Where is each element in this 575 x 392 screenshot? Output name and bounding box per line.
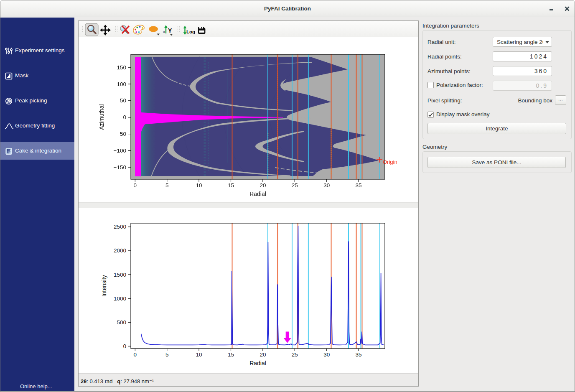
svg-text:10: 10 <box>196 351 202 358</box>
svg-text:150: 150 <box>117 64 126 71</box>
svg-text:20: 20 <box>260 182 266 188</box>
svg-text:35: 35 <box>356 351 362 358</box>
svg-text:20: 20 <box>260 351 266 358</box>
svg-text:100: 100 <box>117 81 126 87</box>
svg-text:5: 5 <box>165 182 169 188</box>
svg-text:5: 5 <box>165 351 169 358</box>
svg-text:−50: −50 <box>117 131 126 137</box>
svg-text:30: 30 <box>323 182 330 188</box>
svg-text:50: 50 <box>120 97 126 104</box>
svg-text:Y: Y <box>168 27 172 34</box>
svg-text:10: 10 <box>196 182 202 188</box>
svg-text:0: 0 <box>134 351 137 358</box>
svg-text:Intensity: Intensity <box>101 275 107 297</box>
svg-text:0: 0 <box>163 30 165 34</box>
svg-text:Radial: Radial <box>249 191 266 197</box>
svg-text:0: 0 <box>134 182 137 188</box>
svg-text:25: 25 <box>292 182 298 188</box>
svg-text:1500: 1500 <box>114 272 126 278</box>
svg-text:25: 25 <box>292 351 298 358</box>
svg-text:0: 0 <box>123 343 126 349</box>
svg-text:0: 0 <box>123 114 126 120</box>
svg-text:500: 500 <box>117 319 126 326</box>
svg-text:1000: 1000 <box>114 295 126 302</box>
svg-text:15: 15 <box>228 182 234 188</box>
svg-text:−150: −150 <box>114 164 126 171</box>
svg-text:−100: −100 <box>114 148 126 154</box>
svg-text:30: 30 <box>323 351 330 358</box>
svg-text:Radial: Radial <box>249 360 266 367</box>
svg-text:2000: 2000 <box>114 247 126 254</box>
svg-text:Log: Log <box>186 29 195 34</box>
svg-text:Azimuthal: Azimuthal <box>98 104 105 130</box>
svg-text:2500: 2500 <box>114 224 126 230</box>
svg-text:15: 15 <box>228 351 234 358</box>
svg-text:35: 35 <box>356 182 362 188</box>
